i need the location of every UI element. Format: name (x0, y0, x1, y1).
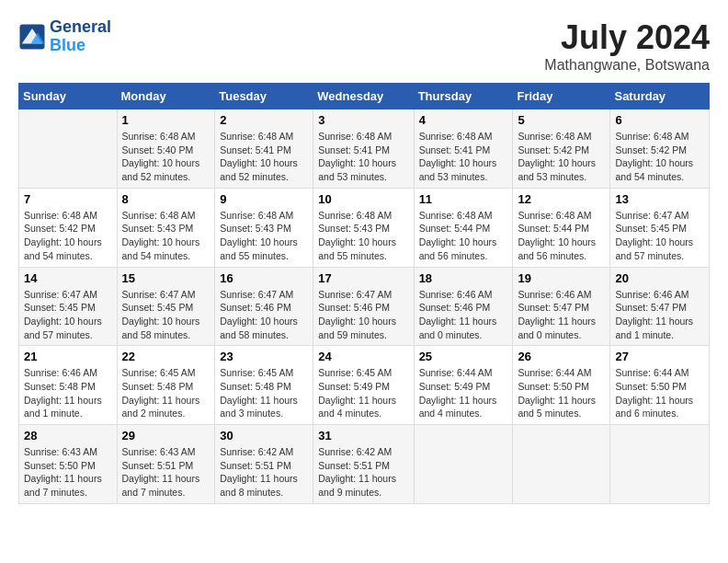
day-number: 24 (318, 350, 408, 363)
calendar-cell: 28Sunrise: 6:43 AM Sunset: 5:50 PM Dayli… (19, 425, 118, 504)
calendar-cell: 13Sunrise: 6:47 AM Sunset: 5:45 PM Dayli… (610, 188, 710, 267)
weekday-header: Saturday (610, 84, 710, 109)
month-title: July 2024 (544, 18, 710, 57)
calendar-cell (19, 109, 118, 189)
calendar-cell: 18Sunrise: 6:46 AM Sunset: 5:46 PM Dayli… (414, 267, 513, 346)
day-info: Sunrise: 6:48 AM Sunset: 5:43 PM Dayligh… (122, 209, 210, 263)
day-info: Sunrise: 6:43 AM Sunset: 5:50 PM Dayligh… (24, 445, 112, 500)
day-number: 10 (318, 192, 408, 206)
day-info: Sunrise: 6:47 AM Sunset: 5:45 PM Dayligh… (122, 288, 210, 342)
day-number: 19 (518, 271, 605, 285)
calendar-cell: 27Sunrise: 6:44 AM Sunset: 5:50 PM Dayli… (610, 346, 710, 425)
calendar-week-row: 7Sunrise: 6:48 AM Sunset: 5:42 PM Daylig… (19, 188, 710, 267)
day-info: Sunrise: 6:47 AM Sunset: 5:45 PM Dayligh… (24, 288, 112, 342)
weekday-header: Tuesday (215, 84, 313, 109)
day-info: Sunrise: 6:48 AM Sunset: 5:44 PM Dayligh… (518, 209, 605, 263)
weekday-header: Wednesday (313, 84, 414, 109)
calendar-cell: 7Sunrise: 6:48 AM Sunset: 5:42 PM Daylig… (19, 188, 118, 267)
day-number: 21 (24, 350, 112, 363)
logo-line1: General (50, 17, 111, 36)
day-info: Sunrise: 6:48 AM Sunset: 5:41 PM Dayligh… (419, 130, 508, 184)
weekday-header: Thursday (414, 84, 513, 109)
day-info: Sunrise: 6:48 AM Sunset: 5:40 PM Dayligh… (122, 130, 210, 184)
day-info: Sunrise: 6:48 AM Sunset: 5:44 PM Dayligh… (419, 209, 508, 263)
calendar-cell: 31Sunrise: 6:42 AM Sunset: 5:51 PM Dayli… (313, 425, 414, 504)
day-info: Sunrise: 6:46 AM Sunset: 5:47 PM Dayligh… (518, 288, 605, 342)
day-number: 1 (122, 113, 210, 127)
day-number: 17 (318, 271, 408, 285)
day-number: 23 (220, 350, 308, 363)
calendar-cell: 20Sunrise: 6:46 AM Sunset: 5:47 PM Dayli… (610, 267, 710, 346)
calendar-cell: 9Sunrise: 6:48 AM Sunset: 5:43 PM Daylig… (215, 188, 313, 267)
calendar-cell: 1Sunrise: 6:48 AM Sunset: 5:40 PM Daylig… (117, 109, 215, 189)
day-info: Sunrise: 6:48 AM Sunset: 5:43 PM Dayligh… (318, 209, 408, 263)
calendar-cell: 23Sunrise: 6:45 AM Sunset: 5:48 PM Dayli… (215, 346, 313, 425)
calendar-cell: 21Sunrise: 6:46 AM Sunset: 5:48 PM Dayli… (19, 346, 118, 425)
calendar-cell: 5Sunrise: 6:48 AM Sunset: 5:42 PM Daylig… (513, 109, 610, 189)
calendar-cell: 8Sunrise: 6:48 AM Sunset: 5:43 PM Daylig… (117, 188, 215, 267)
day-info: Sunrise: 6:42 AM Sunset: 5:51 PM Dayligh… (318, 445, 408, 500)
day-info: Sunrise: 6:43 AM Sunset: 5:51 PM Dayligh… (122, 445, 210, 500)
calendar-cell: 19Sunrise: 6:46 AM Sunset: 5:47 PM Dayli… (513, 267, 610, 346)
day-info: Sunrise: 6:45 AM Sunset: 5:49 PM Dayligh… (318, 366, 408, 420)
calendar-cell: 15Sunrise: 6:47 AM Sunset: 5:45 PM Dayli… (117, 267, 215, 346)
day-info: Sunrise: 6:44 AM Sunset: 5:50 PM Dayligh… (615, 366, 704, 420)
day-info: Sunrise: 6:46 AM Sunset: 5:47 PM Dayligh… (615, 288, 704, 342)
day-info: Sunrise: 6:48 AM Sunset: 5:42 PM Dayligh… (24, 209, 112, 263)
day-number: 18 (419, 271, 508, 285)
day-number: 22 (122, 350, 210, 363)
day-number: 3 (318, 113, 408, 127)
day-info: Sunrise: 6:45 AM Sunset: 5:48 PM Dayligh… (220, 366, 308, 420)
calendar-cell: 17Sunrise: 6:47 AM Sunset: 5:46 PM Dayli… (313, 267, 414, 346)
calendar-cell (610, 425, 710, 504)
page-header: General Blue July 2024 Mathangwane, Bots… (18, 18, 710, 74)
calendar-cell: 10Sunrise: 6:48 AM Sunset: 5:43 PM Dayli… (313, 188, 414, 267)
day-info: Sunrise: 6:48 AM Sunset: 5:41 PM Dayligh… (318, 130, 408, 184)
calendar-week-row: 1Sunrise: 6:48 AM Sunset: 5:40 PM Daylig… (19, 109, 710, 189)
calendar-cell (513, 425, 610, 504)
day-number: 14 (24, 271, 112, 285)
calendar-cell: 29Sunrise: 6:43 AM Sunset: 5:51 PM Dayli… (117, 425, 215, 504)
day-number: 15 (122, 271, 210, 285)
day-number: 7 (24, 192, 112, 206)
calendar-cell: 11Sunrise: 6:48 AM Sunset: 5:44 PM Dayli… (414, 188, 513, 267)
day-number: 11 (419, 192, 508, 206)
calendar-cell: 6Sunrise: 6:48 AM Sunset: 5:42 PM Daylig… (610, 109, 710, 189)
day-number: 31 (318, 429, 408, 442)
calendar-cell: 3Sunrise: 6:48 AM Sunset: 5:41 PM Daylig… (313, 109, 414, 189)
day-number: 29 (122, 429, 210, 442)
day-number: 25 (419, 350, 508, 363)
day-info: Sunrise: 6:47 AM Sunset: 5:46 PM Dayligh… (318, 288, 408, 342)
logo-text: General Blue (50, 18, 111, 55)
day-info: Sunrise: 6:45 AM Sunset: 5:48 PM Dayligh… (122, 366, 210, 420)
day-number: 4 (419, 113, 508, 127)
calendar-cell: 30Sunrise: 6:42 AM Sunset: 5:51 PM Dayli… (215, 425, 313, 504)
day-number: 13 (615, 192, 704, 206)
calendar-cell: 2Sunrise: 6:48 AM Sunset: 5:41 PM Daylig… (215, 109, 313, 189)
weekday-header: Sunday (19, 84, 118, 109)
day-info: Sunrise: 6:44 AM Sunset: 5:49 PM Dayligh… (419, 366, 508, 420)
day-info: Sunrise: 6:47 AM Sunset: 5:45 PM Dayligh… (615, 209, 704, 263)
calendar-cell: 12Sunrise: 6:48 AM Sunset: 5:44 PM Dayli… (513, 188, 610, 267)
day-info: Sunrise: 6:44 AM Sunset: 5:50 PM Dayligh… (518, 366, 605, 420)
day-number: 8 (122, 192, 210, 206)
title-block: July 2024 Mathangwane, Botswana (544, 18, 710, 74)
calendar-cell: 16Sunrise: 6:47 AM Sunset: 5:46 PM Dayli… (215, 267, 313, 346)
day-number: 2 (220, 113, 308, 127)
day-info: Sunrise: 6:46 AM Sunset: 5:48 PM Dayligh… (24, 366, 112, 420)
location: Mathangwane, Botswana (544, 57, 710, 74)
calendar-cell: 14Sunrise: 6:47 AM Sunset: 5:45 PM Dayli… (19, 267, 118, 346)
calendar-cell: 25Sunrise: 6:44 AM Sunset: 5:49 PM Dayli… (414, 346, 513, 425)
day-number: 5 (518, 113, 605, 127)
calendar-table: SundayMondayTuesdayWednesdayThursdayFrid… (18, 83, 710, 504)
header-row: SundayMondayTuesdayWednesdayThursdayFrid… (19, 84, 710, 109)
day-number: 27 (615, 350, 704, 363)
day-number: 28 (24, 429, 112, 442)
day-info: Sunrise: 6:42 AM Sunset: 5:51 PM Dayligh… (220, 445, 308, 500)
logo: General Blue (18, 18, 111, 55)
day-number: 26 (518, 350, 605, 363)
calendar-cell (414, 425, 513, 504)
calendar-cell: 24Sunrise: 6:45 AM Sunset: 5:49 PM Dayli… (313, 346, 414, 425)
logo-line2: Blue (50, 36, 85, 54)
day-number: 20 (615, 271, 704, 285)
